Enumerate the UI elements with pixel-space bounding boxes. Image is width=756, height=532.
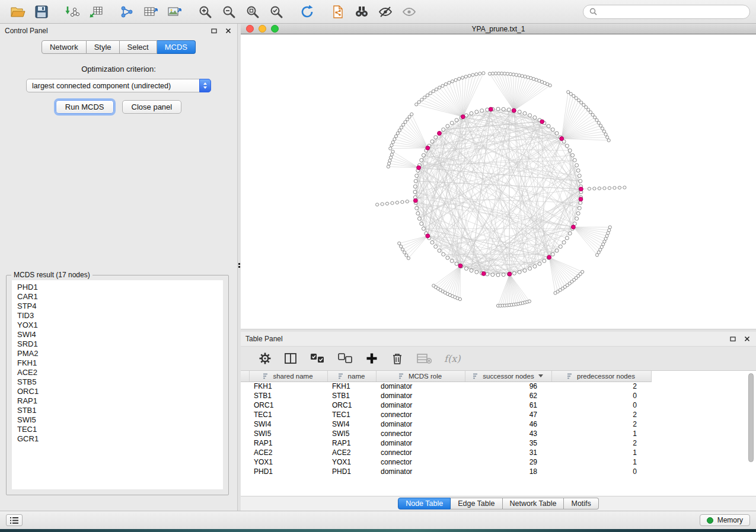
cell-mcds-role[interactable]: connector xyxy=(376,457,465,467)
cell-successor-nodes[interactable]: 43 xyxy=(465,429,551,438)
column-header-mcds-role[interactable]: MCDS role xyxy=(376,371,465,382)
mcds-result-item[interactable]: CAR1 xyxy=(17,292,218,302)
tab-network[interactable]: Network xyxy=(42,40,87,54)
cell-mcds-role[interactable]: dominator xyxy=(376,391,465,400)
cell-shared-name[interactable]: TEC1 xyxy=(249,410,327,419)
table-row[interactable]: SWI5SWI5connector431 xyxy=(241,429,651,438)
search-input[interactable] xyxy=(601,8,744,16)
cell-name[interactable]: YOX1 xyxy=(327,457,376,467)
table-row[interactable]: ACE2ACE2connector311 xyxy=(241,448,651,457)
cell-mcds-role[interactable]: dominator xyxy=(376,419,465,429)
cell-predecessor-nodes[interactable]: 0 xyxy=(551,400,651,410)
cell-name[interactable]: TEC1 xyxy=(327,410,376,419)
new-network-button[interactable] xyxy=(115,2,139,21)
table-row[interactable]: YOX1YOX1connector291 xyxy=(241,457,651,467)
tab-edge-table[interactable]: Edge Table xyxy=(451,498,502,509)
mcds-result-item[interactable]: SWI4 xyxy=(17,330,218,339)
table-row[interactable]: STB1STB1dominator620 xyxy=(241,391,651,400)
mcds-result-list[interactable]: PHD1CAR1STP4TID3YOX1SWI4SRD1PMA2FKH1ACE2… xyxy=(12,280,223,489)
cell-shared-name[interactable]: FKH1 xyxy=(249,382,327,391)
cell-successor-nodes[interactable]: 18 xyxy=(465,467,551,476)
cell-mcds-role[interactable]: dominator xyxy=(376,400,465,410)
mcds-result-item[interactable]: GCR1 xyxy=(17,434,218,444)
table-row[interactable]: PHD1PHD1dominator180 xyxy=(241,467,651,476)
zoom-out-button[interactable] xyxy=(217,2,241,21)
cell-predecessor-nodes[interactable]: 0 xyxy=(551,467,651,476)
mcds-result-item[interactable]: PMA2 xyxy=(17,349,218,358)
splitter-handle[interactable] xyxy=(238,263,240,268)
cell-successor-nodes[interactable]: 35 xyxy=(465,438,551,448)
mcds-result-item[interactable]: ACE2 xyxy=(17,368,218,377)
select-all-button[interactable] xyxy=(310,352,325,365)
show-hidden-button[interactable] xyxy=(397,2,421,21)
cell-successor-nodes[interactable]: 96 xyxy=(465,382,551,391)
table-row[interactable]: FKH1FKH1dominator962 xyxy=(241,382,651,391)
cell-predecessor-nodes[interactable]: 2 xyxy=(551,410,651,419)
cell-predecessor-nodes[interactable]: 1 xyxy=(551,457,651,467)
network-canvas-svg[interactable] xyxy=(241,34,756,329)
cell-predecessor-nodes[interactable]: 2 xyxy=(551,438,651,448)
cell-predecessor-nodes[interactable]: 0 xyxy=(551,391,651,400)
save-session-button[interactable] xyxy=(30,2,53,21)
column-header-predecessor-nodes[interactable]: predecessor nodes xyxy=(551,371,651,382)
import-table-button[interactable] xyxy=(84,2,108,21)
mcds-result-item[interactable]: STP4 xyxy=(17,302,218,311)
add-column-button[interactable] xyxy=(365,352,378,365)
cell-successor-nodes[interactable]: 61 xyxy=(465,400,551,410)
cell-mcds-role[interactable]: dominator xyxy=(376,438,465,448)
cell-name[interactable]: ORC1 xyxy=(327,400,376,410)
mcds-result-item[interactable]: FKH1 xyxy=(17,358,218,368)
cell-mcds-role[interactable]: connector xyxy=(376,410,465,419)
hide-selected-button[interactable] xyxy=(374,2,397,21)
apply-layout-button[interactable] xyxy=(295,2,319,21)
close-panel-action-button[interactable]: Close panel xyxy=(122,100,182,114)
table-row[interactable]: TEC1TEC1connector472 xyxy=(241,410,651,419)
cell-shared-name[interactable]: STB1 xyxy=(249,391,327,400)
cell-name[interactable]: SWI5 xyxy=(327,429,376,438)
cell-mcds-role[interactable]: dominator xyxy=(376,467,465,476)
tab-mcds[interactable]: MCDS xyxy=(157,40,196,54)
cell-shared-name[interactable]: ORC1 xyxy=(249,400,327,410)
cell-successor-nodes[interactable]: 46 xyxy=(465,419,551,429)
search-network-button[interactable] xyxy=(350,2,374,21)
run-mcds-button[interactable]: Run MCDS xyxy=(56,100,114,114)
tab-node-table[interactable]: Node Table xyxy=(398,498,451,509)
zoom-in-button[interactable] xyxy=(193,2,217,21)
tab-motifs[interactable]: Motifs xyxy=(564,498,598,509)
cell-mcds-role[interactable]: dominator xyxy=(376,382,465,391)
minimize-window-icon[interactable] xyxy=(259,25,266,33)
mcds-result-item[interactable]: SRD1 xyxy=(17,339,218,349)
zoom-selected-button[interactable] xyxy=(264,2,288,21)
table-row[interactable]: RAP1RAP1dominator352 xyxy=(241,438,651,448)
cell-successor-nodes[interactable]: 31 xyxy=(465,448,551,457)
cell-name[interactable]: ACE2 xyxy=(327,448,376,457)
mcds-result-item[interactable]: TID3 xyxy=(17,311,218,321)
table-row[interactable]: SWI4SWI4dominator462 xyxy=(241,419,651,429)
delete-column-button[interactable] xyxy=(391,352,404,365)
cell-mcds-role[interactable]: connector xyxy=(376,429,465,438)
close-window-icon[interactable] xyxy=(246,25,254,33)
cell-name[interactable]: FKH1 xyxy=(327,382,376,391)
cell-shared-name[interactable]: SWI4 xyxy=(249,419,327,429)
tab-style[interactable]: Style xyxy=(87,40,120,54)
show-columns-button[interactable] xyxy=(284,352,297,365)
mcds-result-item[interactable]: ORC1 xyxy=(17,387,218,396)
mcds-result-item[interactable]: PHD1 xyxy=(17,283,218,292)
memory-button[interactable]: Memory xyxy=(700,514,750,526)
table-settings-button[interactable] xyxy=(259,352,272,365)
float-panel-button[interactable] xyxy=(210,27,218,35)
cell-name[interactable]: STB1 xyxy=(327,391,376,400)
mcds-result-item[interactable]: STB1 xyxy=(17,406,218,415)
tab-network-table[interactable]: Network Table xyxy=(503,498,564,509)
tab-select[interactable]: Select xyxy=(120,40,157,54)
search-field[interactable] xyxy=(583,5,750,19)
table-row[interactable]: ORC1ORC1dominator610 xyxy=(241,400,651,410)
mcds-result-item[interactable]: YOX1 xyxy=(17,321,218,330)
cell-shared-name[interactable]: PHD1 xyxy=(249,467,327,476)
close-panel-button[interactable] xyxy=(224,27,232,35)
mcds-result-item[interactable]: TEC1 xyxy=(17,425,218,434)
cell-shared-name[interactable]: SWI5 xyxy=(249,429,327,438)
import-network-button[interactable] xyxy=(60,2,84,21)
cell-predecessor-nodes[interactable]: 1 xyxy=(551,448,651,457)
mcds-result-item[interactable]: SWI5 xyxy=(17,415,218,425)
